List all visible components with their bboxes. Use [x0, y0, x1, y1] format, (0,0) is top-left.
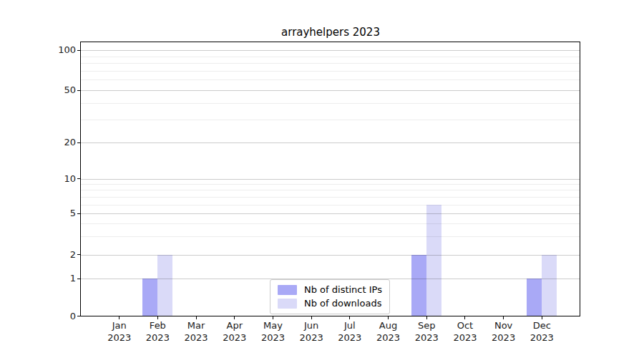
x-tick-mark: [119, 316, 119, 319]
x-tick-mark: [196, 316, 197, 319]
gridline-minor: [81, 184, 580, 185]
y-tick-label: 2: [21, 249, 76, 261]
y-tick-mark: [77, 279, 80, 279]
gridline-major: [81, 90, 580, 91]
grid-layer: [81, 42, 580, 316]
legend-item-downloads: Nb of downloads: [278, 298, 382, 309]
gridline-minor: [81, 236, 580, 237]
x-tick-mark: [273, 316, 273, 319]
gridline-minor: [81, 223, 580, 224]
y-tick-label: 50: [21, 84, 76, 96]
gridline-minor: [81, 103, 580, 104]
y-tick-label: 10: [21, 173, 76, 185]
x-tick-mark: [234, 316, 235, 319]
legend: Nb of distinct IPs Nb of downloads: [270, 279, 390, 314]
gridline-major: [81, 255, 580, 256]
y-tick-mark: [77, 316, 80, 316]
y-tick-label: 100: [21, 44, 76, 56]
gridline-major: [81, 213, 580, 214]
gridline-minor: [81, 205, 580, 205]
y-tick-label: 1: [21, 273, 76, 284]
gridline-minor: [81, 71, 580, 72]
legend-item-distinct-ips: Nb of distinct IPs: [278, 284, 382, 295]
gridline-minor: [81, 63, 580, 64]
gridline-minor: [81, 79, 580, 80]
x-tick-mark: [311, 316, 312, 319]
plot-area: [80, 42, 580, 316]
gridline-minor: [81, 57, 580, 57]
y-tick-mark: [77, 178, 80, 179]
x-tick-mark: [542, 316, 542, 319]
x-tick-mark: [426, 316, 427, 319]
x-tick-mark: [503, 316, 504, 319]
gridline-minor: [81, 190, 580, 190]
y-tick-mark: [77, 213, 80, 214]
gridline-minor: [81, 197, 580, 198]
gridline-minor: [81, 120, 580, 120]
x-tick-label: Dec2023: [517, 320, 567, 344]
chart-figure: arrayhelpers 2023 0125102050100Jan2023Fe…: [0, 0, 644, 358]
y-tick-mark: [77, 50, 80, 51]
gridline-major: [81, 50, 580, 51]
gridline-major: [81, 179, 580, 180]
legend-label-distinct-ips: Nb of distinct IPs: [304, 284, 382, 295]
x-tick-mark: [157, 316, 158, 319]
gridline-major: [81, 142, 580, 143]
legend-label-downloads: Nb of downloads: [304, 298, 381, 309]
x-tick-mark: [464, 316, 465, 319]
y-tick-mark: [77, 90, 80, 91]
y-tick-label: 20: [21, 137, 76, 148]
legend-swatch-downloads: [278, 299, 297, 309]
x-tick-mark: [349, 316, 350, 319]
y-tick-label: 0: [21, 311, 76, 322]
y-tick-mark: [77, 254, 80, 255]
y-tick-label: 5: [21, 208, 76, 219]
x-tick-mark: [388, 316, 389, 319]
chart-title: arrayhelpers 2023: [81, 26, 580, 39]
y-tick-mark: [77, 142, 80, 143]
legend-swatch-distinct-ips: [278, 285, 297, 295]
